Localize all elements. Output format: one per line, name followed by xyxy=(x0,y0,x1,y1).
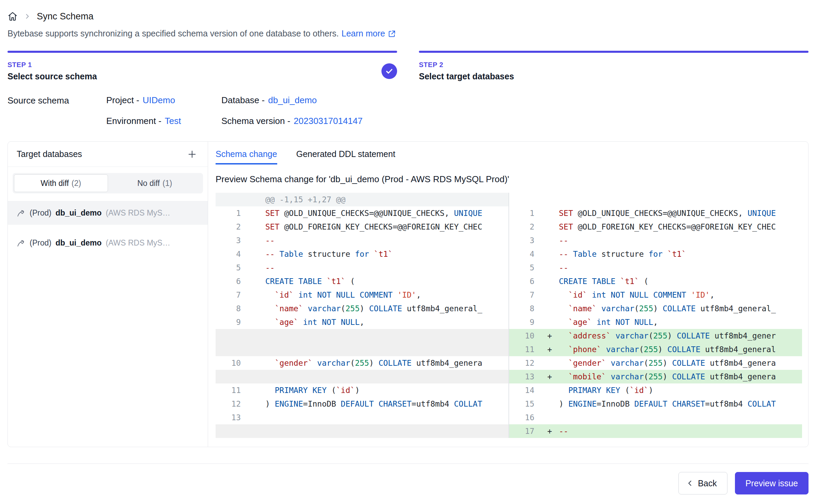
diff-line-number: 10 xyxy=(509,329,543,343)
breadcrumb: Sync Schema xyxy=(7,0,809,24)
project-link[interactable]: UIDemo xyxy=(143,95,175,105)
preview-issue-label: Preview issue xyxy=(746,478,798,488)
diff-code-line: PRIMARY KEY (`id`) xyxy=(265,383,508,397)
diff-row: 13+ `mobile` varchar(255) COLLATE utf8mb… xyxy=(509,370,802,383)
diff-row: 6CREATE TABLE `t1` ( xyxy=(216,274,508,288)
diff-line-number: 8 xyxy=(509,302,543,315)
tab-no-diff-label: No diff xyxy=(137,179,160,188)
stepper: STEP 1 Select source schema STEP 2 Selec… xyxy=(7,51,809,81)
diff-change-sign xyxy=(543,302,559,315)
diff-change-sign xyxy=(250,397,265,411)
database-engine-icon xyxy=(17,208,26,217)
source-field-database: Database -db_ui_demo xyxy=(221,95,363,106)
home-icon[interactable] xyxy=(7,11,18,21)
diff-filter-tabs: With diff (2) No diff (1) xyxy=(13,173,203,193)
learn-more-link[interactable]: Learn more xyxy=(342,29,396,38)
schema-version-link[interactable]: 20230317014147 xyxy=(294,116,362,126)
diff-line-number xyxy=(216,329,250,343)
diff-line-number: 14 xyxy=(509,383,543,397)
diff-change-sign xyxy=(250,356,265,370)
diff-code-line: `gender` varchar(255) COLLATE utf8mb4_ge… xyxy=(265,356,508,370)
diff-code-line xyxy=(559,411,802,424)
diff-change-sign xyxy=(250,383,265,397)
diff-change-sign xyxy=(250,261,265,274)
diff-code-line: `age` int NOT NULL, xyxy=(265,315,508,329)
diff-code-line: `id` int NOT NULL COMMENT 'ID', xyxy=(265,288,508,302)
diff-code-line: -- xyxy=(559,234,802,247)
diff-pane-target: 1SET @OLD_UNIQUE_CHECKS=@@UNIQUE_CHECKS,… xyxy=(508,193,802,438)
diff-row: 9 `age` int NOT NULL, xyxy=(216,315,508,329)
item-environment: (Prod) xyxy=(30,208,51,218)
diff-change-sign xyxy=(543,383,559,397)
diff-code-line: `name` varchar(255) COLLATE utf8mb4_gene… xyxy=(265,302,508,315)
diff-row xyxy=(216,343,508,356)
diff-line-number: 12 xyxy=(509,356,543,370)
diff-row: 11+ `phone` varchar(255) COLLATE utf8mb4… xyxy=(509,343,802,356)
diff-code-line: `name` varchar(255) COLLATE utf8mb4_gene… xyxy=(559,302,802,315)
tab-no-diff[interactable]: No diff (1) xyxy=(108,174,202,192)
diff-row: 15) ENGINE=InnoDB DEFAULT CHARSET=utf8mb… xyxy=(509,397,802,411)
tab-with-diff-count: (2) xyxy=(72,179,81,188)
learn-more-label: Learn more xyxy=(342,29,385,38)
preview-issue-button[interactable]: Preview issue xyxy=(735,472,809,494)
tab-with-diff[interactable]: With diff (2) xyxy=(14,174,108,192)
diff-row: 1SET @OLD_UNIQUE_CHECKS=@@UNIQUE_CHECKS,… xyxy=(509,206,802,220)
diff-row: 4-- Table structure for `t1` xyxy=(509,247,802,261)
environment-link[interactable]: Test xyxy=(165,116,181,126)
diff-line-number: 3 xyxy=(509,234,543,247)
database-link[interactable]: db_ui_demo xyxy=(268,95,317,105)
diff-line-number: 12 xyxy=(216,397,250,411)
diff-row xyxy=(216,424,508,438)
diff-row: 2SET @OLD_FOREIGN_KEY_CHECKS=@@FOREIGN_K… xyxy=(216,220,508,234)
diff-row: 4-- Table structure for `t1` xyxy=(216,247,508,261)
step-1-complete-badge xyxy=(381,63,397,79)
diff-code-line: `address` varchar(255) COLLATE utf8mb4_g… xyxy=(559,329,802,343)
tab-no-diff-count: (1) xyxy=(162,179,172,188)
diff-code-line: ) ENGINE=InnoDB DEFAULT CHARSET=utf8mb4 … xyxy=(265,397,508,411)
diff-code-line: SET @OLD_FOREIGN_KEY_CHECKS=@@FOREIGN_KE… xyxy=(559,220,802,234)
source-field-environment-label: Environment - xyxy=(106,116,161,126)
diff-line-number xyxy=(509,193,543,206)
source-field-schema-version: Schema version -20230317014147 xyxy=(221,116,363,126)
diff-change-sign: + xyxy=(543,370,559,383)
diff-line-number: 7 xyxy=(509,288,543,302)
diff-row: 7 `id` int NOT NULL COMMENT 'ID', xyxy=(216,288,508,302)
target-database-item[interactable]: (Prod) db_ui_demo (AWS RDS MyS… xyxy=(8,201,208,225)
diff-code-line: `mobile` varchar(255) COLLATE utf8mb4_ge… xyxy=(559,370,802,383)
diff-change-sign xyxy=(543,288,559,302)
target-database-item[interactable]: (Prod) db_ui_demo (AWS RDS MyS… xyxy=(8,231,208,255)
diff-change-sign xyxy=(543,247,559,261)
diff-code-line: `id` int NOT NULL COMMENT 'ID', xyxy=(559,288,802,302)
diff-row: 12 `gender` varchar(255) COLLATE utf8mb4… xyxy=(509,356,802,370)
sync-schema-page: Sync Schema Bytebase supports synchroniz… xyxy=(0,0,816,504)
step-1: STEP 1 Select source schema xyxy=(7,51,397,81)
diff-row: 11 PRIMARY KEY (`id`) xyxy=(216,383,508,397)
back-button[interactable]: Back xyxy=(678,472,727,494)
tab-schema-change[interactable]: Schema change xyxy=(216,149,277,164)
diff-code-line: `gender` varchar(255) COLLATE utf8mb4_ge… xyxy=(559,356,802,370)
diff-line-number: 1 xyxy=(509,206,543,220)
item-instance-suffix: (AWS RDS MyS… xyxy=(106,208,170,218)
step-1-bar xyxy=(7,51,397,53)
page-title: Sync Schema xyxy=(37,11,94,22)
schema-diff-editor[interactable]: @@ -1,15 +1,27 @@1SET @OLD_UNIQUE_CHECKS… xyxy=(216,193,802,438)
diff-code-line: `phone` varchar(255) COLLATE utf8mb4_gen… xyxy=(559,343,802,356)
diff-change-sign xyxy=(250,302,265,315)
diff-line-number: 3 xyxy=(216,234,250,247)
diff-code-line: SET @OLD_FOREIGN_KEY_CHECKS=@@FOREIGN_KE… xyxy=(265,220,508,234)
diff-line-number xyxy=(216,370,250,383)
diff-code-line: SET @OLD_UNIQUE_CHECKS=@@UNIQUE_CHECKS, … xyxy=(265,206,508,220)
diff-line-number: 13 xyxy=(216,411,250,424)
diff-code-line: `age` int NOT NULL, xyxy=(559,315,802,329)
diff-line-number: 11 xyxy=(216,383,250,397)
diff-change-sign xyxy=(250,424,265,438)
diff-code-line: -- xyxy=(265,261,508,274)
diff-row: 16 xyxy=(509,411,802,424)
diff-change-sign xyxy=(250,206,265,220)
diff-line-number: 10 xyxy=(216,356,250,370)
tab-with-diff-label: With diff xyxy=(41,179,69,188)
diff-code-line xyxy=(559,193,802,206)
diff-change-sign xyxy=(543,220,559,234)
add-target-database-button[interactable] xyxy=(185,147,199,161)
tab-generated-ddl[interactable]: Generated DDL statement xyxy=(296,149,395,164)
